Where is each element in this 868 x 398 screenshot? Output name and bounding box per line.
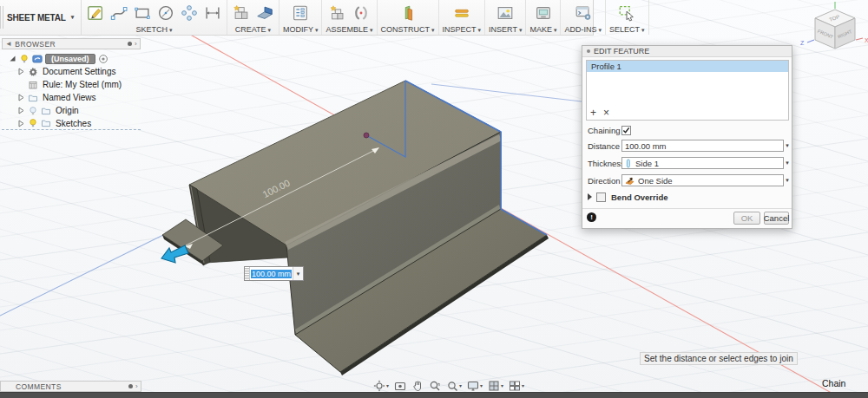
browser-header[interactable]: ◄ BROWSER › [2, 38, 141, 49]
flange-icon[interactable] [231, 3, 252, 23]
toolbar-menu-sketch[interactable]: SKETCH [135, 25, 172, 34]
toolbar-menu-modify[interactable]: MODIFY [283, 25, 319, 34]
toolbar-menu-assemble[interactable]: ASSEMBLE [326, 25, 372, 34]
sketch-point[interactable] [364, 133, 369, 138]
expander-collapsed-icon[interactable] [17, 120, 25, 127]
comments-expand-icon[interactable]: › [135, 382, 138, 390]
rectangular-pattern-icon[interactable] [179, 3, 200, 23]
add-profile-button[interactable]: + [590, 108, 596, 118]
display-settings-tool[interactable]: ▾ [465, 380, 484, 392]
navigation-toolbar: ▾▾▾▾▾ [372, 378, 526, 393]
environment-switcher[interactable]: SHEET METAL [3, 0, 82, 35]
fit-point-spline-icon[interactable] [108, 3, 129, 23]
direction-select[interactable]: One Side [621, 174, 784, 186]
grid-display-dropdown-icon[interactable]: ▾ [501, 382, 503, 388]
check-icon [622, 127, 630, 134]
toolbar-group-select: SELECT [606, 0, 649, 35]
look-at-tool[interactable] [392, 380, 408, 392]
viewports-tool[interactable]: ▾ [507, 380, 526, 392]
insert-canvas-icon[interactable] [495, 3, 516, 23]
expander-expanded-icon[interactable] [9, 55, 16, 62]
distance-input[interactable]: 100.00 mm [621, 140, 784, 152]
three-d-print-icon[interactable] [533, 3, 554, 23]
profile-list[interactable]: Profile 1 + × [586, 60, 789, 121]
expander-collapsed-icon[interactable] [17, 107, 25, 114]
orbit-tool[interactable]: ▾ [372, 380, 391, 392]
joint-icon[interactable] [351, 3, 372, 23]
browser-item-label[interactable]: Origin [54, 106, 81, 115]
browser-item-label[interactable]: Sketches [54, 119, 93, 128]
thickness-select[interactable]: Side 1 [621, 157, 784, 169]
activate-radio-icon[interactable] [98, 54, 108, 64]
canvas-distance-input[interactable]: 100.00 mm ▾ [244, 266, 304, 281]
comments-options-icon[interactable] [128, 384, 133, 388]
toolbar-menu-create[interactable]: CREATE [235, 25, 271, 34]
dialog-grip-icon [587, 49, 590, 53]
timeline-collapsed-strip[interactable] [0, 392, 868, 398]
ok-button[interactable]: OK [733, 212, 760, 225]
visibility-bulb-icon[interactable] [28, 106, 38, 116]
panel-options-icon[interactable] [128, 42, 132, 46]
browser-item-unsaved[interactable]: (Unsaved) [2, 52, 141, 65]
distance-input-dropdown-icon[interactable]: ▾ [293, 267, 303, 280]
display-settings-dropdown-icon[interactable]: ▾ [480, 382, 483, 388]
expander-collapsed-icon[interactable] [17, 68, 25, 75]
panel-expand-icon[interactable]: › [135, 40, 137, 48]
fit-dropdown-icon[interactable]: ▾ [459, 382, 462, 388]
distance-dropdown-icon[interactable]: ▾ [783, 142, 792, 149]
expander-collapsed-icon[interactable] [17, 94, 25, 101]
toolbar-menu-select[interactable]: SELECT [609, 25, 645, 34]
toolbar-menu-add-ins[interactable]: ADD-INS [564, 25, 602, 34]
bend-override-expander-icon[interactable] [587, 193, 593, 200]
toolbar-group-modify: MODIFY [279, 0, 323, 35]
direction-label: Direction [588, 176, 621, 186]
distance-manipulator-arrow[interactable] [161, 245, 188, 263]
grid-display-tool[interactable]: ▾ [486, 380, 505, 392]
direction-dropdown-icon[interactable]: ▾ [783, 177, 792, 184]
browser-item-rule-my-steel-mm[interactable]: Rule: My Steel (mm) [2, 78, 141, 91]
distance-value-text[interactable]: 100.00 mm [251, 270, 292, 278]
zoom-tool[interactable] [427, 380, 443, 392]
modify-form-icon[interactable] [290, 3, 311, 23]
dialog-title-bar[interactable]: EDIT FEATURE [582, 46, 792, 57]
browser-item-sketches[interactable]: Sketches [2, 117, 141, 130]
thickness-dropdown-icon[interactable]: ▾ [783, 160, 792, 166]
construction-plane-icon[interactable] [398, 3, 418, 23]
profile-list-item[interactable]: Profile 1 [587, 61, 788, 72]
sketch-dimension-icon[interactable] [202, 3, 223, 23]
toolbar-menu-insert[interactable]: INSERT [489, 25, 522, 34]
view-cube[interactable]: TOP FRONT RIGHT X Z [799, 0, 868, 57]
info-icon[interactable]: ! [587, 212, 596, 222]
center-circle-icon[interactable] [155, 3, 176, 23]
bend-icon[interactable] [254, 3, 275, 23]
remove-profile-button[interactable]: × [603, 108, 609, 118]
cancel-button[interactable]: Cancel [764, 212, 789, 225]
two-point-rectangle-icon[interactable] [132, 3, 153, 23]
create-sketch-icon[interactable] [85, 3, 106, 23]
measure-icon[interactable] [451, 3, 472, 23]
fit-tool[interactable]: ▾ [444, 380, 464, 392]
visibility-bulb-icon[interactable] [19, 54, 30, 64]
distance-label: Distance [588, 141, 620, 151]
browser-item-document-settings[interactable]: Document Settings [2, 65, 141, 78]
toolbar-menu-construct[interactable]: CONSTRUCT [381, 25, 435, 34]
toolbar-menu-inspect[interactable]: INSPECT [443, 25, 482, 34]
comments-header[interactable]: COMMENTS › [0, 381, 141, 392]
chaining-checkbox[interactable] [621, 126, 631, 135]
viewports-dropdown-icon[interactable]: ▾ [522, 382, 524, 388]
select-cursor-icon[interactable] [616, 3, 637, 23]
browser-item-named-views[interactable]: Named Views [2, 91, 141, 104]
browser-item-label[interactable]: (Unsaved) [45, 54, 95, 64]
browser-item-label[interactable]: Document Settings [41, 67, 118, 76]
orbit-dropdown-icon[interactable]: ▾ [386, 382, 389, 388]
collapse-panel-icon[interactable]: ◄ [5, 40, 12, 48]
browser-item-label[interactable]: Rule: My Steel (mm) [41, 80, 123, 89]
browser-item-origin[interactable]: Origin [2, 104, 141, 117]
new-component-icon[interactable] [327, 3, 348, 23]
pan-tool[interactable] [410, 380, 425, 392]
visibility-bulb-icon[interactable] [28, 118, 38, 128]
scripts-addins-icon[interactable] [573, 3, 594, 23]
browser-item-label[interactable]: Named Views [41, 93, 98, 102]
toolbar-menu-make[interactable]: MAKE [529, 25, 556, 34]
bend-override-checkbox[interactable] [596, 192, 606, 202]
